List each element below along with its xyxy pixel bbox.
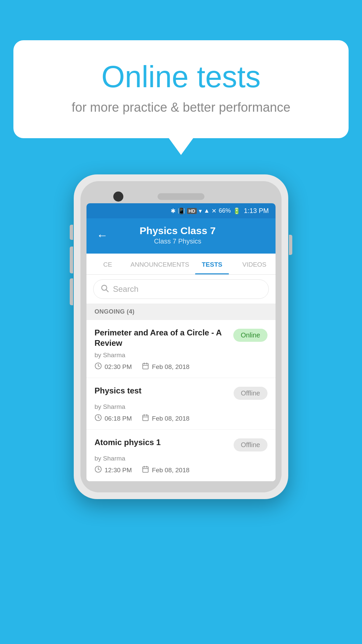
test-item[interactable]: Physics test Offline by Sharma [86,378,276,430]
vibrate-icon: 📳 [178,207,185,215]
status-time: 1:13 PM [244,207,269,215]
phone-top [86,187,276,203]
status-bar: ✱ 📳 HD ▾ ▲ ✕ 66% 🔋 1:13 PM [86,203,276,218]
calendar-icon [142,362,149,372]
test-meta: 06:18 PM [95,414,267,423]
tab-announcements[interactable]: ANNOUNCEMENTS [129,254,191,274]
test-author: by Sharma [95,455,267,462]
phone-screen: ✱ 📳 HD ▾ ▲ ✕ 66% 🔋 1:13 PM ← P [86,203,276,481]
tab-ce[interactable]: CE [86,254,129,274]
svg-rect-8 [143,415,148,421]
battery-icon: 🔋 [233,207,240,215]
back-button[interactable]: ← [97,229,108,242]
test-date: Feb 08, 2018 [142,466,189,475]
test-title: Atomic physics 1 [95,437,234,447]
status-badge: Online [233,329,267,342]
search-bar[interactable]: Search [93,279,269,299]
page-subtitle: Class 7 Physics [115,237,241,245]
test-time-value: 02:30 PM [105,363,132,371]
calendar-icon [142,466,149,475]
status-icons: ✱ 📳 HD ▾ ▲ ✕ 66% 🔋 1:13 PM [171,207,269,215]
search-placeholder: Search [113,284,138,294]
speech-bubble: Online tests for more practice & better … [13,40,349,138]
status-badge: Offline [234,387,267,400]
svg-line-1 [106,290,108,292]
speech-bubble-container: Online tests for more practice & better … [13,40,349,138]
bubble-title: Online tests [40,60,322,94]
header-title-area: Physics Class 7 Class 7 Physics [115,225,241,245]
test-time: 12:30 PM [95,466,132,475]
test-author: by Sharma [95,403,267,411]
power-button [289,235,292,255]
tabs-bar: CE ANNOUNCEMENTS TESTS VIDEOS [86,254,276,275]
test-date-value: Feb 08, 2018 [152,467,189,474]
test-time: 02:30 PM [95,362,132,372]
svg-rect-13 [143,467,148,473]
test-meta: 12:30 PM [95,466,267,475]
test-date: Feb 08, 2018 [142,362,189,372]
calendar-icon [142,414,149,423]
test-date: Feb 08, 2018 [142,414,189,423]
tab-tests[interactable]: TESTS [191,254,233,274]
test-time-value: 06:18 PM [105,415,132,422]
tab-videos[interactable]: VIDEOS [233,254,276,274]
test-title: Physics test [95,385,234,396]
signal-icon: ▲ [204,207,210,214]
mute-button [70,225,73,240]
bluetooth-icon: ✱ [171,207,176,215]
clock-icon [95,362,102,372]
test-meta: 02:30 PM [95,362,267,372]
test-item-header: Physics test Offline [95,385,267,400]
volume-up-button [70,247,73,273]
test-author: by Sharma [95,352,267,359]
bubble-subtitle: for more practice & better performance [40,100,322,115]
test-title: Perimeter and Area of a Circle - A Revie… [95,327,233,348]
test-item-header: Perimeter and Area of a Circle - A Revie… [95,327,267,348]
clock-icon [95,466,102,475]
hd-icon: HD [187,208,196,214]
section-header: ONGOING (4) [86,304,276,320]
speaker-grille [158,193,204,200]
volume-down-button [70,278,73,305]
phone-outer: ✱ 📳 HD ▾ ▲ ✕ 66% 🔋 1:13 PM ← P [74,174,288,499]
search-container: Search [86,275,276,304]
test-item-header: Atomic physics 1 Offline [95,437,267,451]
test-date-value: Feb 08, 2018 [152,363,189,371]
test-date-value: Feb 08, 2018 [152,415,189,422]
search-icon [100,284,109,294]
battery-percent: 66% [219,207,231,214]
test-time-value: 12:30 PM [105,467,132,474]
app-header: ← Physics Class 7 Class 7 Physics [86,218,276,254]
home-button-area [86,481,276,486]
phone-inner: ✱ 📳 HD ▾ ▲ ✕ 66% 🔋 1:13 PM ← P [80,181,282,492]
wifi-icon: ▾ [199,207,202,215]
clock-icon [95,414,102,423]
test-list: Perimeter and Area of a Circle - A Revie… [86,320,276,481]
test-time: 06:18 PM [95,414,132,423]
test-item[interactable]: Perimeter and Area of a Circle - A Revie… [86,320,276,378]
camera-icon [113,192,123,202]
phone-mockup: ✱ 📳 HD ▾ ▲ ✕ 66% 🔋 1:13 PM ← P [74,174,288,499]
svg-rect-3 [143,364,148,369]
status-badge: Offline [234,438,267,451]
no-signal-icon: ✕ [212,207,217,215]
page-title: Physics Class 7 [115,225,241,236]
test-item[interactable]: Atomic physics 1 Offline by Sharma [86,430,276,481]
